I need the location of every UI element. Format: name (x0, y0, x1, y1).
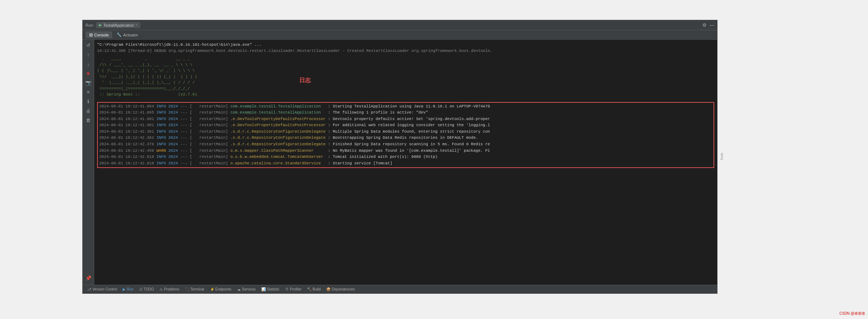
log-entry-3: 2024-06-01 19:12:41.901 INFO 2624 --- [ … (99, 116, 712, 123)
todo-icon: ☑ (139, 287, 143, 291)
spring-ascii-5: ' |____| .__|_| |_|_| |_\__, | / / / / (97, 80, 714, 86)
version-control-icon: ⎇ (87, 287, 91, 291)
log-entry-9: 2024-06-01 19:12:42.810 INFO 2624 --- [ … (99, 154, 712, 160)
topbar-right: ⚙ — (702, 22, 714, 28)
close-icon[interactable]: × (135, 23, 138, 27)
main-content: ↺ ↑ ↓ ■ 📷 ≡ ℹ 🖨 🗑 📌 "C:\Program Files\Mi… (83, 40, 717, 285)
scroll-up-icon[interactable]: ↑ (84, 50, 92, 58)
bottom-tab-endpoints[interactable]: ⚡ Endpoints (207, 287, 234, 292)
log-container: 2024-06-01 19:12:41.864 INFO 2624 --- [ … (97, 102, 714, 168)
bottom-tab-run[interactable]: ▶ Run (120, 287, 136, 292)
debug-line: 19:12:41.396 [Thread-0] DEBUG org.spring… (97, 48, 714, 54)
run-label: Run: (86, 23, 94, 27)
bottom-tab-statistic[interactable]: 📊 Statistic (258, 287, 282, 292)
bottom-tab-terminal[interactable]: ⬛ Terminal (182, 287, 207, 292)
services-label: Services (242, 287, 256, 291)
spring-ascii-6: =========|_|===============|___/_/_/_/ (97, 86, 714, 92)
console-tab-label: Console (94, 33, 109, 37)
app-icon: ▶ (99, 23, 102, 27)
watermark: CSDN @谁谁谁 (839, 311, 865, 316)
profiler-label: Profiler (290, 287, 301, 291)
bottom-tab-services[interactable]: ☁ Services (234, 287, 258, 292)
stop-icon[interactable]: ■ (84, 69, 92, 77)
actuator-tab-icon: 🔧 (117, 32, 122, 37)
restart-icon[interactable]: ↺ (84, 41, 92, 49)
bottom-tab-problems[interactable]: ⚠ Problems (157, 287, 182, 292)
profiler-icon: ⏱ (285, 287, 289, 291)
run-label-bottom: Run (127, 287, 133, 291)
gear-icon[interactable]: ⚙ (702, 22, 707, 28)
endpoints-label: Endpoints (215, 287, 231, 291)
tab-console[interactable]: ▤ Console (86, 31, 112, 38)
spring-ascii-7: :: Spring Boot :: (v2.7.6) (97, 92, 714, 98)
cmd-line: "C:\Program Files\Microsoft\jdk-11.0.16.… (97, 42, 714, 48)
run-icon: ▶ (123, 287, 126, 291)
bottom-tab-build[interactable]: 🔨 Build (304, 287, 323, 292)
log-entry-7: 2024-06-01 19:12:42.376 INFO 2624 --- [ … (99, 141, 712, 148)
left-sidebar: ↺ ↑ ↓ ■ 📷 ≡ ℹ 🖨 🗑 📌 (83, 40, 94, 285)
dependencies-label: Dependencies (332, 287, 355, 291)
todo-label: TODO (144, 287, 154, 291)
build-icon: 🔨 (307, 287, 311, 291)
camera-icon[interactable]: 📷 (84, 79, 92, 87)
dependencies-icon: 📦 (326, 287, 331, 291)
log-entry-5: 2024-06-01 19:12:42.361 INFO 2624 --- [ … (99, 129, 712, 135)
bottom-tab-dependencies[interactable]: 📦 Dependencies (323, 287, 358, 292)
tools-vertical-label: Tools (720, 153, 724, 160)
services-icon: ☁ (237, 287, 241, 291)
version-control-label: Version Control (92, 287, 117, 291)
log-entry-2: 2024-06-01 19:12:41.865 INFO 2624 --- [ … (99, 110, 712, 116)
bottom-tab-version-control[interactable]: ⎇ Version Control (84, 287, 120, 292)
log-entry-1: 2024-06-01 19:12:41.864 INFO 2624 --- [ … (99, 103, 712, 110)
endpoints-icon: ⚡ (210, 287, 214, 291)
build-label: Build (313, 287, 320, 291)
bottom-tab-todo[interactable]: ☑ TODO (136, 287, 157, 292)
bottom-bar: ⎇ Version Control ▶ Run ☑ TODO ⚠ Problem… (83, 285, 717, 293)
spring-ascii-3: ( ( )\___ | '_ | '_| | '_ \/ _` | \ \ \ … (97, 68, 714, 74)
problems-label: Problems (164, 287, 179, 291)
list-icon[interactable]: ≡ (84, 88, 92, 96)
delete-icon[interactable]: 🗑 (84, 116, 92, 124)
spring-ascii-2: /\\ / ___'_ __ _ _(_)_ __ __ _ \ \ \ \ (97, 62, 714, 68)
pin-icon[interactable]: 📌 (84, 274, 92, 282)
log-entry-6: 2024-06-01 19:12:42.362 INFO 2624 --- [ … (99, 135, 712, 141)
info-icon[interactable]: ℹ (84, 97, 92, 105)
minimize-icon[interactable]: — (710, 22, 714, 28)
app-tab-label: TestallApplication (103, 23, 134, 27)
log-entry-4: 2024-06-01 19:12:41.901 INFO 2624 --- [ … (99, 122, 712, 129)
console-tab-icon: ▤ (89, 32, 93, 37)
problems-icon: ⚠ (160, 287, 163, 291)
print-icon[interactable]: 🖨 (84, 107, 92, 115)
console-area[interactable]: "C:\Program Files\Microsoft\jdk-11.0.16.… (94, 40, 717, 285)
ide-window: Run: ▶ TestallApplication × ⚙ — Tools ▤ … (82, 20, 717, 294)
scroll-down-icon[interactable]: ↓ (84, 60, 92, 68)
log-label: 日志 (299, 76, 311, 85)
actuator-tab-label: Actuator (123, 33, 138, 37)
top-bar: Run: ▶ TestallApplication × ⚙ — Tools (83, 20, 717, 30)
terminal-icon: ⬛ (185, 287, 189, 291)
log-entry-10: 2024-06-01 19:12:42.818 INFO 2624 --- [ … (99, 160, 712, 167)
app-tab[interactable]: ▶ TestallApplication × (96, 22, 140, 28)
statistic-label: Statistic (267, 287, 279, 291)
spring-ascii-1: . ____ _ __ _ _ (97, 56, 714, 62)
bottom-tab-profiler[interactable]: ⏱ Profiler (282, 287, 304, 292)
toolbar-tabs: ▤ Console 🔧 Actuator (83, 30, 717, 40)
tab-actuator[interactable]: 🔧 Actuator (113, 31, 141, 38)
log-entry-8: 2024-06-01 19:12:42.458 WARN 2624 --- [ … (99, 148, 712, 154)
terminal-label: Terminal (191, 287, 204, 291)
spring-ascii-4: \\/ ___)| |_)| | | | | || (_| | ) ) ) ) (97, 74, 714, 80)
statistic-icon: 📊 (261, 287, 266, 291)
